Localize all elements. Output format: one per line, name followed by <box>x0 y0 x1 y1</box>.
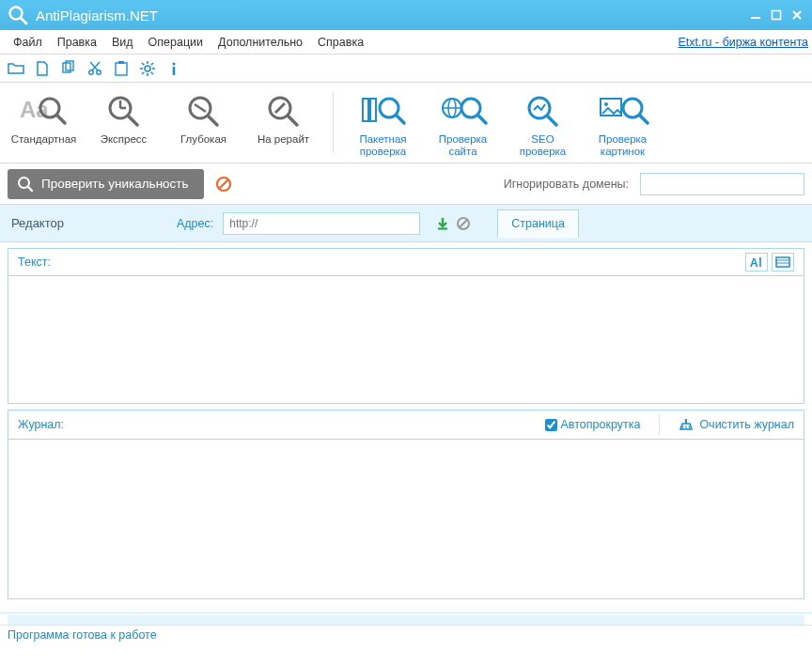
svg-line-35 <box>289 116 297 125</box>
minimize-button[interactable] <box>748 8 763 23</box>
editor-header: Редактор Адрес: Страница <box>0 205 812 242</box>
image-icon <box>597 90 649 133</box>
address-input[interactable] <box>223 212 420 235</box>
title-bar: AntiPlagiarism.NET <box>0 0 812 30</box>
clear-journal-button[interactable]: Очистить журнал <box>679 417 794 432</box>
svg-line-46 <box>548 116 556 125</box>
cancel-check-icon[interactable] <box>215 176 232 193</box>
download-page-icon[interactable] <box>435 216 450 231</box>
text-label: Текст: <box>18 256 51 269</box>
progress-bar <box>8 615 804 625</box>
svg-line-57 <box>460 220 467 227</box>
open-folder-icon[interactable] <box>8 60 24 77</box>
menu-help[interactable]: Справка <box>310 32 371 53</box>
magnifier-pencil-icon <box>263 90 304 133</box>
mode-images-label: Проверкакартинок <box>599 133 648 158</box>
mode-seo[interactable]: SEOпроверка <box>503 88 583 163</box>
status-text: Программа готова к работе <box>8 628 157 642</box>
svg-point-8 <box>89 70 94 74</box>
svg-rect-37 <box>370 99 376 121</box>
mode-site[interactable]: Проверкасайта <box>423 88 503 163</box>
mode-ribbon: Aa Стандартная Экспресс Глубокая На рера… <box>0 83 812 163</box>
svg-line-27 <box>57 116 65 123</box>
menu-file[interactable]: Файл <box>6 32 50 53</box>
text-mode-plain-button[interactable]: A <box>745 253 768 271</box>
info-icon[interactable] <box>165 60 182 77</box>
batch-icon <box>359 90 408 133</box>
svg-line-19 <box>142 63 144 65</box>
menu-bar: Файл Правка Вид Операции Дополнительно С… <box>0 30 812 54</box>
mode-rewrite[interactable]: На рерайт <box>243 88 323 163</box>
page-tab[interactable]: Страница <box>497 209 579 238</box>
check-uniqueness-button[interactable]: Проверить уникальность <box>8 169 204 199</box>
maximize-button[interactable] <box>769 8 784 23</box>
close-button[interactable] <box>789 8 804 23</box>
mode-batch-label: Пакетнаяпроверка <box>359 133 406 158</box>
journal-label: Журнал: <box>18 418 64 431</box>
journal-area[interactable] <box>8 440 804 599</box>
svg-rect-60 <box>776 257 789 267</box>
address-label: Адрес: <box>177 217 213 230</box>
svg-line-50 <box>640 116 648 123</box>
svg-rect-13 <box>118 61 124 64</box>
journal-divider <box>659 414 660 435</box>
svg-point-14 <box>145 66 150 71</box>
autoscroll-checkbox[interactable] <box>545 419 557 431</box>
mode-site-label: Проверкасайта <box>439 133 488 158</box>
mode-batch[interactable]: Пакетнаяпроверка <box>343 88 423 163</box>
svg-line-54 <box>219 179 227 188</box>
mode-deep[interactable]: Глубокая <box>164 88 243 163</box>
mode-express[interactable]: Экспресс <box>84 88 164 163</box>
svg-rect-36 <box>363 99 368 121</box>
check-types-group: Пакетнаяпроверка Проверкасайта SEOпровер… <box>343 88 663 163</box>
ribbon-separator <box>333 92 334 153</box>
mode-standard[interactable]: Aa Стандартная <box>4 88 84 163</box>
mode-deep-label: Глубокая <box>180 133 226 146</box>
svg-text:A: A <box>750 256 758 269</box>
etxt-link[interactable]: Etxt.ru - биржа контента <box>678 36 808 49</box>
clear-journal-label: Очистить журнал <box>699 418 794 431</box>
journal-header: Журнал: Автопрокрутка Очистить журнал <box>8 410 804 440</box>
svg-line-39 <box>397 116 404 123</box>
ignore-domains-label: Игнорировать домены: <box>504 178 629 191</box>
paste-icon[interactable] <box>113 60 130 77</box>
svg-point-48 <box>604 102 608 106</box>
svg-line-44 <box>478 116 486 123</box>
autoscroll-toggle[interactable]: Автопрокрутка <box>545 418 641 431</box>
menu-edit[interactable]: Правка <box>50 32 104 53</box>
svg-line-1 <box>21 18 26 23</box>
settings-icon[interactable] <box>139 60 156 77</box>
copy-icon[interactable] <box>60 60 77 77</box>
broom-icon <box>679 417 694 432</box>
svg-rect-24 <box>173 67 176 75</box>
menu-additional[interactable]: Дополнительно <box>211 32 310 53</box>
text-panel: Текст: A <box>8 248 804 404</box>
text-editor-area[interactable] <box>8 276 804 404</box>
text-mode-rich-button[interactable] <box>772 253 794 271</box>
progress-bar-wrapper <box>0 612 812 626</box>
app-title: AntiPlagiarism.NET <box>36 8 748 23</box>
menu-operations[interactable]: Операции <box>141 32 211 53</box>
app-logo-icon <box>8 5 28 25</box>
magnifier-deep-icon <box>183 90 225 133</box>
svg-line-21 <box>151 63 153 65</box>
ignore-domains-input[interactable] <box>640 173 804 195</box>
svg-line-33 <box>209 116 217 125</box>
seo-icon <box>523 90 564 133</box>
menu-view[interactable]: Вид <box>104 32 141 53</box>
svg-line-20 <box>151 71 153 73</box>
svg-line-22 <box>142 71 144 73</box>
action-bar: Проверить уникальность Игнорировать доме… <box>0 163 812 205</box>
icon-toolbar <box>0 54 812 83</box>
svg-rect-3 <box>773 11 781 20</box>
cut-icon[interactable] <box>86 60 103 77</box>
journal-panel: Журнал: Автопрокрутка Очистить журнал <box>8 410 804 599</box>
cancel-load-icon[interactable] <box>456 216 471 231</box>
status-bar: Программа готова к работе <box>0 626 812 646</box>
svg-rect-12 <box>116 63 127 75</box>
new-file-icon[interactable] <box>34 60 51 77</box>
mode-standard-label: Стандартная <box>11 133 77 146</box>
mode-images[interactable]: Проверкакартинок <box>583 88 663 163</box>
svg-point-23 <box>172 62 175 65</box>
svg-line-52 <box>28 187 32 191</box>
